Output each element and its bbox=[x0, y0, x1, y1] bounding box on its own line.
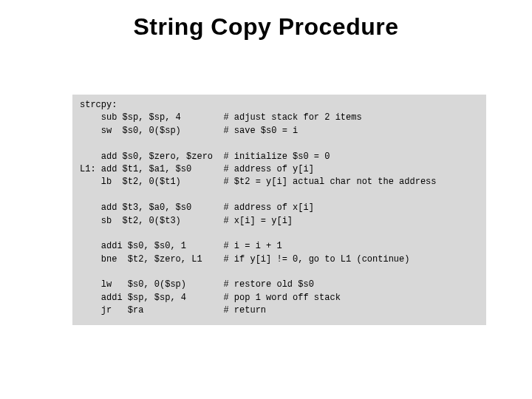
code-block: strcpy: sub $sp, $sp, 4 # adjust stack f… bbox=[72, 95, 486, 325]
page-title: String Copy Procedure bbox=[0, 13, 532, 41]
slide: String Copy Procedure strcpy: sub $sp, $… bbox=[0, 0, 532, 399]
